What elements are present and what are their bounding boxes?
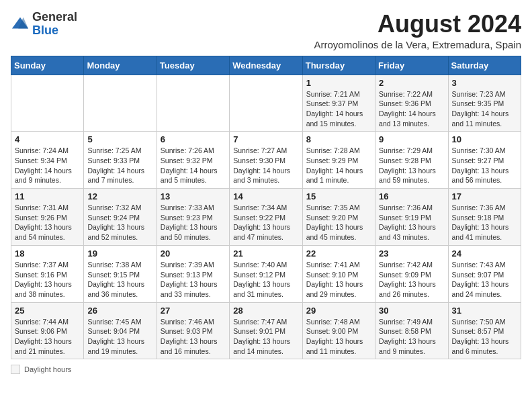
day-cell: 24Sunrise: 7:43 AMSunset: 9:07 PMDayligh… [448,245,521,302]
logo-text: General Blue [32,11,77,38]
calendar-title: August 2024 [314,11,522,38]
day-number: 14 [233,191,298,201]
day-number: 16 [379,191,444,201]
day-cell: 22Sunrise: 7:41 AMSunset: 9:10 PMDayligh… [302,245,375,302]
logo-general: General [32,10,77,24]
day-number: 15 [306,191,371,201]
day-cell [157,75,229,132]
daylight-indicator [11,365,20,374]
day-info: Sunrise: 7:43 AMSunset: 9:07 PMDaylight:… [452,260,517,300]
day-cell: 19Sunrise: 7:38 AMSunset: 9:15 PMDayligh… [84,245,157,302]
day-info: Sunrise: 7:27 AMSunset: 9:30 PMDaylight:… [233,146,298,185]
day-number: 11 [15,191,80,201]
header-row: SundayMondayTuesdayWednesdayThursdayFrid… [11,56,521,75]
day-info: Sunrise: 7:21 AMSunset: 9:37 PMDaylight:… [306,89,371,129]
day-cell: 9Sunrise: 7:29 AMSunset: 9:28 PMDaylight… [375,132,448,189]
day-cell: 14Sunrise: 7:34 AMSunset: 9:22 PMDayligh… [230,189,302,246]
week-row-3: 11Sunrise: 7:31 AMSunset: 9:26 PMDayligh… [11,189,521,246]
page-header: General Blue August 2024 Arroyomolinos d… [11,11,521,50]
day-cell: 13Sunrise: 7:33 AMSunset: 9:23 PMDayligh… [157,189,229,246]
day-info: Sunrise: 7:29 AMSunset: 9:28 PMDaylight:… [379,146,444,185]
day-cell: 3Sunrise: 7:23 AMSunset: 9:35 PMDaylight… [448,75,521,132]
day-number: 9 [379,134,444,144]
day-number: 6 [161,134,226,144]
day-cell: 6Sunrise: 7:26 AMSunset: 9:32 PMDaylight… [157,132,229,189]
day-number: 27 [161,306,226,316]
day-cell: 7Sunrise: 7:27 AMSunset: 9:30 PMDaylight… [230,132,302,189]
day-cell: 4Sunrise: 7:24 AMSunset: 9:34 PMDaylight… [11,132,84,189]
day-info: Sunrise: 7:31 AMSunset: 9:26 PMDaylight:… [15,203,80,242]
header-cell-friday: Friday [375,56,448,75]
calendar-subtitle: Arroyomolinos de la Vera, Extremadura, S… [314,39,522,50]
day-cell: 2Sunrise: 7:22 AMSunset: 9:36 PMDaylight… [375,75,448,132]
day-info: Sunrise: 7:34 AMSunset: 9:22 PMDaylight:… [233,203,298,242]
day-number: 31 [452,306,517,316]
day-number: 21 [233,248,298,259]
day-number: 1 [306,78,371,88]
day-number: 12 [87,191,152,201]
calendar-table: SundayMondayTuesdayWednesdayThursdayFrid… [11,56,521,360]
day-info: Sunrise: 7:23 AMSunset: 9:35 PMDaylight:… [452,89,517,129]
day-cell [11,75,84,132]
day-cell: 11Sunrise: 7:31 AMSunset: 9:26 PMDayligh… [11,189,84,246]
day-number: 18 [15,248,80,259]
day-number: 13 [161,191,226,201]
logo: General Blue [11,11,77,38]
calendar-header: SundayMondayTuesdayWednesdayThursdayFrid… [11,56,521,75]
day-cell: 21Sunrise: 7:40 AMSunset: 9:12 PMDayligh… [230,245,302,302]
day-info: Sunrise: 7:26 AMSunset: 9:32 PMDaylight:… [161,146,226,185]
day-number: 26 [87,306,152,316]
day-number: 19 [87,248,152,259]
day-cell: 20Sunrise: 7:39 AMSunset: 9:13 PMDayligh… [157,245,229,302]
day-number: 4 [15,134,80,144]
footer-label: Daylight hours [24,365,71,373]
day-number: 23 [379,248,444,259]
day-info: Sunrise: 7:50 AMSunset: 8:57 PMDaylight:… [452,317,517,357]
week-row-5: 25Sunrise: 7:44 AMSunset: 9:06 PMDayligh… [11,302,521,359]
day-cell: 18Sunrise: 7:37 AMSunset: 9:16 PMDayligh… [11,245,84,302]
day-cell: 31Sunrise: 7:50 AMSunset: 8:57 PMDayligh… [448,302,521,359]
day-cell: 28Sunrise: 7:47 AMSunset: 9:01 PMDayligh… [230,302,302,359]
day-info: Sunrise: 7:36 AMSunset: 9:18 PMDaylight:… [452,203,517,242]
day-cell: 15Sunrise: 7:35 AMSunset: 9:20 PMDayligh… [302,189,375,246]
calendar-body: 1Sunrise: 7:21 AMSunset: 9:37 PMDaylight… [11,75,521,359]
day-cell: 23Sunrise: 7:42 AMSunset: 9:09 PMDayligh… [375,245,448,302]
day-info: Sunrise: 7:37 AMSunset: 9:16 PMDaylight:… [15,260,80,300]
header-cell-saturday: Saturday [448,56,521,75]
header-cell-sunday: Sunday [11,56,84,75]
day-cell: 16Sunrise: 7:36 AMSunset: 9:19 PMDayligh… [375,189,448,246]
day-cell: 8Sunrise: 7:28 AMSunset: 9:29 PMDaylight… [302,132,375,189]
day-info: Sunrise: 7:25 AMSunset: 9:33 PMDaylight:… [87,146,152,185]
footer-note: Daylight hours [11,365,521,374]
logo-icon [11,15,30,34]
day-info: Sunrise: 7:28 AMSunset: 9:29 PMDaylight:… [306,146,371,185]
day-cell: 1Sunrise: 7:21 AMSunset: 9:37 PMDaylight… [302,75,375,132]
day-number: 22 [306,248,371,259]
day-info: Sunrise: 7:24 AMSunset: 9:34 PMDaylight:… [15,146,80,185]
day-cell [84,75,157,132]
day-number: 17 [452,191,517,201]
day-cell: 17Sunrise: 7:36 AMSunset: 9:18 PMDayligh… [448,189,521,246]
day-info: Sunrise: 7:47 AMSunset: 9:01 PMDaylight:… [233,317,298,357]
day-info: Sunrise: 7:42 AMSunset: 9:09 PMDaylight:… [379,260,444,300]
day-number: 28 [233,306,298,316]
day-number: 25 [15,306,80,316]
day-info: Sunrise: 7:32 AMSunset: 9:24 PMDaylight:… [87,203,152,242]
header-cell-thursday: Thursday [302,56,375,75]
day-number: 8 [306,134,371,144]
day-info: Sunrise: 7:40 AMSunset: 9:12 PMDaylight:… [233,260,298,300]
day-info: Sunrise: 7:36 AMSunset: 9:19 PMDaylight:… [379,203,444,242]
week-row-4: 18Sunrise: 7:37 AMSunset: 9:16 PMDayligh… [11,245,521,302]
day-number: 7 [233,134,298,144]
day-number: 20 [161,248,226,259]
day-info: Sunrise: 7:30 AMSunset: 9:27 PMDaylight:… [452,146,517,185]
header-cell-tuesday: Tuesday [157,56,229,75]
header-cell-monday: Monday [84,56,157,75]
day-number: 3 [452,78,517,88]
day-number: 24 [452,248,517,259]
day-number: 29 [306,306,371,316]
day-cell: 25Sunrise: 7:44 AMSunset: 9:06 PMDayligh… [11,302,84,359]
header-cell-wednesday: Wednesday [230,56,302,75]
day-info: Sunrise: 7:38 AMSunset: 9:15 PMDaylight:… [87,260,152,300]
day-cell: 26Sunrise: 7:45 AMSunset: 9:04 PMDayligh… [84,302,157,359]
